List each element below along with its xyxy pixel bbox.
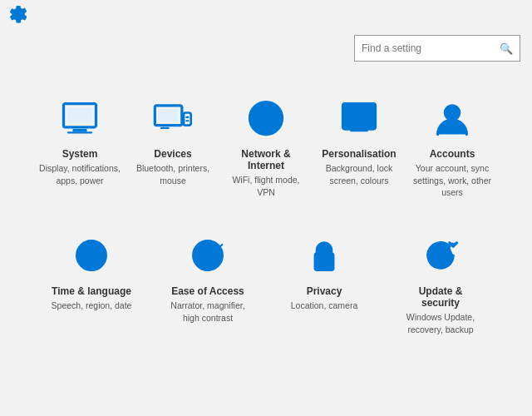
setting-item-system[interactable]: SystemDisplay, notifications, apps, powe… [34,87,126,207]
privacy-icon [301,232,347,279]
accounts-desc: Your account, sync settings, work, other… [411,162,493,199]
setting-item-privacy[interactable]: PrivacyLocation, camera [278,224,370,344]
settings-app-icon [8,5,27,23]
privacy-desc: Location, camera [291,300,358,312]
setting-item-update[interactable]: Update & securityWindows Update, recover… [395,224,486,344]
devices-title: Devices [154,148,191,160]
update-desc: Windows Update, recovery, backup [400,311,481,335]
setting-item-network[interactable]: Network & InternetWiFi, flight mode, VPN [220,87,312,207]
svg-rect-1 [72,129,86,131]
header: 🔍 [0,27,532,70]
search-input[interactable] [362,42,500,54]
minimize-button[interactable] [417,1,456,27]
svg-rect-7 [185,116,189,118]
svg-point-27 [322,259,328,265]
title-bar-left [0,5,33,23]
update-icon [417,232,464,279]
maximize-button[interactable] [456,1,494,27]
privacy-title: Privacy [307,285,342,297]
title-bar [0,0,532,27]
setting-item-accounts[interactable]: AccountsYour account, sync settings, wor… [406,87,498,207]
setting-item-time[interactable]: A 字 Time & languageSpeech, region, date [46,224,137,344]
svg-rect-9 [160,127,170,129]
ease-icon [185,232,231,279]
svg-rect-2 [67,131,92,133]
search-icon: 🔍 [500,42,513,55]
accounts-title: Accounts [430,148,475,160]
system-icon [57,95,103,141]
setting-item-personalisation[interactable]: PersonalisationBackground, lock screen, … [313,87,405,207]
personalisation-icon [336,95,382,141]
svg-point-25 [205,253,211,259]
setting-item-devices[interactable]: DevicesBluetooth, printers, mouse [127,87,219,207]
settings-grid: SystemDisplay, notifications, apps, powe… [0,70,532,360]
network-title: Network & Internet [225,148,307,171]
svg-rect-6 [184,113,191,126]
title-bar-controls [417,1,532,27]
network-desc: WiFi, flight mode, VPN [225,174,307,198]
search-box[interactable]: 🔍 [354,35,520,62]
system-desc: Display, notifications, apps, power [39,162,121,186]
svg-rect-3 [67,107,92,124]
settings-row-0: SystemDisplay, notifications, apps, powe… [33,87,499,207]
time-desc: Speech, region, date [52,300,132,312]
svg-rect-15 [343,104,376,129]
ease-title: Ease of Access [171,285,244,297]
svg-rect-8 [185,120,189,121]
network-icon [243,95,289,141]
svg-text:字: 字 [82,256,91,266]
settings-row-1: A 字 Time & languageSpeech, region, date … [33,224,499,344]
devices-desc: Bluetooth, printers, mouse [132,162,214,186]
personalisation-desc: Background, lock screen, colours [318,162,400,186]
svg-rect-5 [159,109,179,121]
svg-point-18 [445,106,459,120]
system-title: System [62,148,98,160]
setting-item-ease[interactable]: Ease of AccessNarrator, magnifier, high … [162,224,254,344]
accounts-icon [429,95,475,141]
time-title: Time & language [52,285,131,297]
svg-rect-17 [350,129,368,131]
ease-desc: Narrator, magnifier, high contrast [167,300,249,324]
close-button[interactable] [494,1,532,27]
devices-icon [150,95,196,141]
update-title: Update & security [400,285,481,309]
personalisation-title: Personalisation [322,148,396,160]
time-icon: A 字 [68,232,115,279]
